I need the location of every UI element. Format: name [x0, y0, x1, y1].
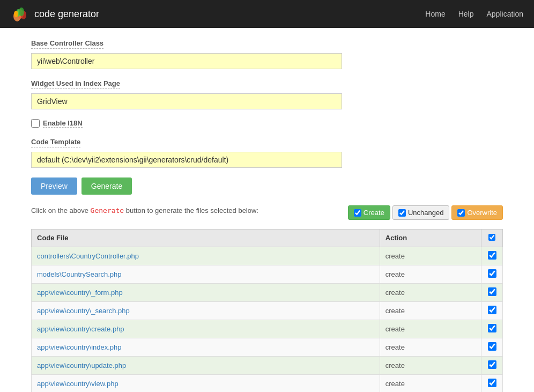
widget-group: Widget Used in Index Page: [31, 79, 503, 109]
file-link[interactable]: controllers\CountryController.php: [37, 252, 139, 260]
row-checkbox[interactable]: [488, 379, 496, 387]
i18n-label: Enable I18N: [43, 119, 83, 128]
legend-create-btn[interactable]: Create: [348, 205, 390, 220]
file-link[interactable]: app\view\country\create.php: [37, 325, 124, 333]
base-controller-group: Base Controller Class: [31, 39, 503, 69]
file-link[interactable]: app\view\country\index.php: [37, 343, 122, 351]
select-all-checkbox[interactable]: [488, 234, 495, 241]
files-table: Code File Action controllers\CountryCont…: [31, 229, 503, 393]
nav-home[interactable]: Home: [425, 10, 445, 18]
row-checkbox-cell: [481, 320, 503, 338]
row-checkbox-cell: [481, 374, 503, 392]
main-nav: Home Help Application: [425, 10, 523, 18]
base-controller-input[interactable]: [31, 53, 342, 69]
action-cell: create: [380, 320, 481, 338]
file-cell: models\CountrySearch.php: [32, 265, 380, 283]
base-controller-label: Base Controller Class: [31, 39, 103, 49]
file-link[interactable]: app\view\country\update.php: [37, 361, 126, 369]
preview-button[interactable]: Preview: [31, 177, 77, 195]
file-link[interactable]: app\view\country\_form.php: [37, 289, 123, 297]
legend-unchanged-checkbox[interactable]: [398, 209, 406, 217]
action-cell: create: [380, 374, 481, 392]
row-checkbox[interactable]: [488, 306, 496, 314]
svg-point-5: [14, 11, 18, 17]
click-note-word: Generate: [91, 206, 124, 215]
action-buttons: Preview Generate: [31, 177, 503, 195]
widget-label: Widget Used in Index Page: [31, 79, 120, 89]
legend-create-label: Create: [364, 209, 384, 217]
i18n-checkbox[interactable]: [31, 119, 40, 128]
note-legend-row: Click on the above Generate button to ge…: [31, 205, 503, 223]
file-cell: app\view\country\_search.php: [32, 301, 380, 320]
logo-area: code generator: [11, 4, 99, 24]
col-header-action: Action: [380, 229, 481, 247]
yii-logo-icon: [11, 4, 30, 24]
header: code generator Home Help Application: [0, 0, 534, 28]
row-checkbox-cell: [481, 301, 503, 320]
row-checkbox[interactable]: [488, 287, 496, 296]
file-cell: app\view\country\index.php: [32, 338, 380, 356]
file-link[interactable]: app\view\country\view.php: [37, 380, 118, 388]
click-note-prefix: Click on the above: [31, 206, 91, 215]
table-row: app\view\country\_search.phpcreate: [32, 301, 503, 320]
code-template-input[interactable]: [31, 152, 342, 168]
row-checkbox[interactable]: [488, 360, 496, 369]
file-cell: app\view\country\create.php: [32, 320, 380, 338]
legend-overwrite-checkbox[interactable]: [457, 209, 465, 217]
click-note-suffix: button to generate the files selected be…: [124, 206, 258, 215]
row-checkbox[interactable]: [488, 324, 496, 332]
table-row: app\view\country\view.phpcreate: [32, 374, 503, 392]
table-row: app\view\country\_form.phpcreate: [32, 283, 503, 301]
file-cell: app\view\country\_form.php: [32, 283, 380, 301]
row-checkbox-cell: [481, 283, 503, 301]
row-checkbox-cell: [481, 338, 503, 356]
file-link[interactable]: app\view\country\_search.php: [37, 307, 130, 315]
action-cell: create: [380, 338, 481, 356]
legend-buttons: Create Unchanged Overwrite: [348, 205, 503, 220]
action-cell: create: [380, 247, 481, 265]
i18n-group: Enable I18N: [31, 119, 503, 128]
legend-unchanged-label: Unchanged: [408, 209, 444, 217]
nav-help[interactable]: Help: [458, 10, 474, 18]
nav-application[interactable]: Application: [487, 10, 524, 18]
col-header-checkbox: [481, 229, 503, 247]
file-link[interactable]: models\CountrySearch.php: [37, 270, 122, 278]
file-cell: app\view\country\update.php: [32, 356, 380, 374]
action-cell: create: [380, 283, 481, 301]
table-row: app\view\country\index.phpcreate: [32, 338, 503, 356]
table-row: models\CountrySearch.phpcreate: [32, 265, 503, 283]
row-checkbox-cell: [481, 265, 503, 283]
row-checkbox[interactable]: [488, 251, 496, 260]
action-cell: create: [380, 265, 481, 283]
col-header-file: Code File: [32, 229, 380, 247]
row-checkbox[interactable]: [488, 269, 496, 278]
file-cell: app\view\country\view.php: [32, 374, 380, 392]
table-row: app\view\country\create.phpcreate: [32, 320, 503, 338]
main-content: Base Controller Class Widget Used in Ind…: [10, 28, 524, 392]
app-title: code generator: [34, 9, 99, 20]
legend-unchanged-btn[interactable]: Unchanged: [392, 205, 450, 220]
action-cell: create: [380, 356, 481, 374]
legend-create-checkbox[interactable]: [354, 209, 361, 217]
row-checkbox-cell: [481, 356, 503, 374]
generate-button[interactable]: Generate: [81, 177, 132, 195]
table-header-row: Code File Action: [32, 229, 503, 247]
code-template-label: Code Template: [31, 138, 80, 147]
widget-input[interactable]: [31, 93, 342, 109]
legend-overwrite-btn[interactable]: Overwrite: [451, 205, 503, 220]
row-checkbox[interactable]: [488, 342, 496, 351]
table-row: app\view\country\update.phpcreate: [32, 356, 503, 374]
row-checkbox-cell: [481, 247, 503, 265]
action-cell: create: [380, 301, 481, 320]
click-note: Click on the above Generate button to ge…: [31, 205, 258, 216]
legend-overwrite-label: Overwrite: [467, 209, 497, 217]
svg-point-4: [19, 8, 24, 16]
table-row: controllers\CountryController.phpcreate: [32, 247, 503, 265]
file-cell: controllers\CountryController.php: [32, 247, 380, 265]
code-template-group: Code Template: [31, 137, 503, 168]
